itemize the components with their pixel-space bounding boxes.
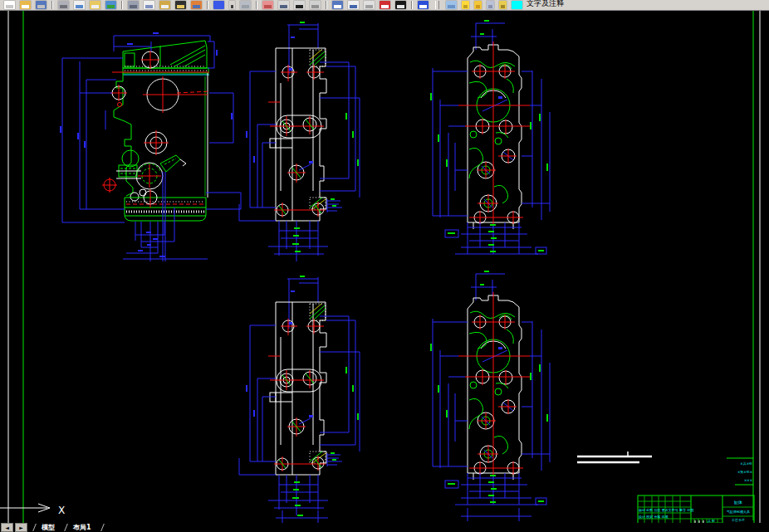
properties-window-icon[interactable] [332, 1, 343, 9]
ucs-icon: X [0, 504, 65, 516]
toolbar-grip[interactable] [435, 1, 439, 9]
toolbar-icons [2, 1, 525, 10]
note-line: ××× [744, 478, 752, 482]
new-file-icon[interactable] [4, 1, 15, 9]
view-side-bottom[interactable] [239, 276, 360, 515]
copy-icon[interactable] [144, 1, 154, 9]
undo-arrow-icon[interactable] [213, 1, 224, 9]
zoom-window-icon[interactable] [294, 1, 305, 9]
autocad-window: { "toolbar": { "layer_name": "文字及注释", "l… [0, 0, 769, 532]
pencil-edit-icon[interactable] [175, 1, 186, 9]
match-properties-icon[interactable] [191, 1, 202, 9]
title-block-product: 缸体 [734, 500, 742, 505]
extra-bottom-dimensions [276, 508, 531, 523]
pan-hand-icon[interactable] [262, 1, 273, 9]
tab-scroll-last-button[interactable]: ► [15, 523, 27, 532]
title-block-grid-row2: 设计 校对 审核 批准 [639, 515, 669, 519]
layer-manager-icon[interactable] [446, 1, 457, 9]
tab-model[interactable]: 模型 [37, 523, 60, 532]
tab-divider [96, 524, 105, 531]
layer-thaw-sun-icon[interactable] [474, 1, 482, 9]
layer-plot-icon[interactable] [499, 1, 507, 9]
tab-divider [28, 524, 37, 531]
note-line: ×共×张 [740, 461, 752, 466]
layer-color-chip[interactable] [512, 1, 522, 9]
sheet-notes: ×共×张 ×第×张× ××× [727, 458, 753, 485]
title-block-grid-row1: 标记 处数 分区 更改文件号 签字 日期 [639, 508, 693, 513]
current-layer-name[interactable]: 文字及注释 [527, 0, 564, 9]
toolbar-separator [51, 1, 53, 9]
toolbar-separator [121, 1, 123, 9]
tab-layout1[interactable]: 布局1 [68, 523, 96, 532]
quickcalc-icon[interactable] [348, 1, 359, 9]
scale-bar [577, 451, 652, 462]
sheet-frame [8, 11, 760, 532]
model-space-canvas[interactable]: ×共×张 ×第×张× ××× 缸体 气缸体钻模夹具 工艺卡片 ××大学机械学院 … [0, 0, 769, 532]
tab-divider [60, 524, 68, 531]
view-front-top[interactable] [430, 20, 550, 254]
web-globe-icon[interactable] [105, 1, 116, 9]
ucs-x-axis-label: X [58, 505, 65, 516]
view-side-top[interactable] [239, 22, 360, 261]
toolbar-separator [411, 1, 413, 9]
undo-dropdown-icon[interactable] [229, 1, 235, 9]
render-icon[interactable] [380, 1, 390, 9]
view-main-section[interactable] [60, 32, 241, 261]
zoom-previous-icon[interactable] [310, 1, 321, 9]
help-icon[interactable] [418, 1, 429, 9]
view-front-bottom[interactable] [430, 271, 550, 505]
note-line: ×第×张× [737, 470, 752, 474]
toolbar: 文字及注释 [0, 0, 769, 11]
save-floppy-icon[interactable] [36, 1, 47, 9]
cut-scissors-icon[interactable] [128, 1, 139, 9]
paste-clipboard-icon[interactable] [159, 1, 170, 9]
plot-preview-icon[interactable] [74, 1, 85, 9]
tab-scroll-first-button[interactable]: ◄ [1, 523, 13, 532]
toolbar-separator [256, 1, 257, 9]
title-block-title: 气缸体钻模夹具 [727, 510, 750, 514]
title-block-doc-type: 工艺卡片 [732, 518, 745, 522]
table-icon[interactable] [395, 1, 406, 9]
zoom-realtime-icon[interactable] [278, 1, 289, 9]
open-folder-icon[interactable] [20, 1, 31, 9]
plot-printer-icon[interactable] [58, 1, 69, 9]
toolbar-separator [326, 1, 327, 9]
layer-on-bulb-icon[interactable] [462, 1, 469, 9]
toolbar-separator [207, 1, 208, 9]
sheet-set-icon[interactable] [364, 1, 375, 9]
layer-lock-icon[interactable] [487, 1, 494, 9]
redo-arrow-icon-disabled[interactable] [240, 1, 251, 9]
publish-icon[interactable] [90, 1, 100, 9]
layout-tabbar: ◄ ► 模型 布局1 [0, 523, 769, 532]
